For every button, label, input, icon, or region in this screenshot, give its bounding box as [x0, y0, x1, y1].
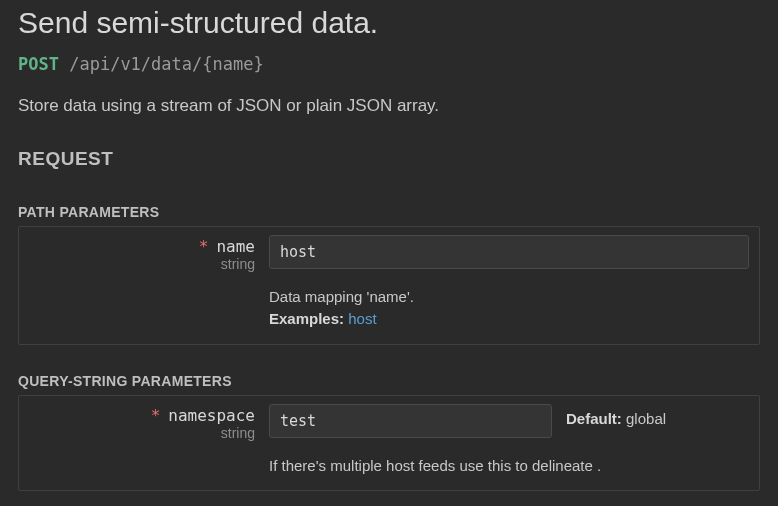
- param-type-label: string: [29, 256, 255, 272]
- param-desc-text: If there's multiple host feeds use this …: [269, 457, 601, 474]
- query-parameters-heading: QUERY-STRING PARAMETERS: [18, 373, 760, 389]
- endpoint-description: Store data using a stream of JSON or pla…: [18, 96, 760, 116]
- name-input[interactable]: [269, 235, 749, 269]
- default-col: Default: global: [566, 404, 716, 427]
- param-row: * name string: [29, 235, 749, 272]
- param-type-label: string: [29, 425, 255, 441]
- param-block-name: * name string Data mapping 'name'. Examp…: [18, 226, 760, 345]
- param-value-col: [269, 235, 749, 269]
- param-desc-row: If there's multiple host feeds use this …: [29, 455, 749, 477]
- default-label: Default:: [566, 410, 622, 427]
- param-description: If there's multiple host feeds use this …: [269, 455, 749, 477]
- param-desc-row: Data mapping 'name'. Examples: host: [29, 286, 749, 330]
- param-block-namespace: * namespace string Default: global If th…: [18, 395, 760, 492]
- param-row: * namespace string Default: global: [29, 404, 749, 441]
- examples-label: Examples:: [269, 310, 344, 327]
- request-heading: REQUEST: [18, 148, 760, 170]
- param-name-label: name: [216, 237, 255, 256]
- required-star-icon: *: [199, 237, 209, 256]
- param-label-col: * namespace string: [29, 404, 269, 441]
- param-description: Data mapping 'name'. Examples: host: [269, 286, 749, 330]
- page-title: Send semi-structured data.: [18, 6, 760, 40]
- param-name-label: namespace: [168, 406, 255, 425]
- example-link[interactable]: host: [348, 310, 376, 327]
- param-label-col: * name string: [29, 235, 269, 272]
- endpoint-path: /api/v1/data/{name}: [69, 54, 263, 74]
- path-parameters-heading: PATH PARAMETERS: [18, 204, 760, 220]
- param-value-col: Default: global: [269, 404, 749, 438]
- default-value: global: [626, 410, 666, 427]
- required-star-icon: *: [151, 406, 161, 425]
- param-desc-text: Data mapping 'name'.: [269, 288, 414, 305]
- api-doc-page: Send semi-structured data. POST /api/v1/…: [0, 0, 778, 506]
- namespace-input[interactable]: [269, 404, 552, 438]
- endpoint-line: POST /api/v1/data/{name}: [18, 54, 760, 74]
- http-method: POST: [18, 54, 59, 74]
